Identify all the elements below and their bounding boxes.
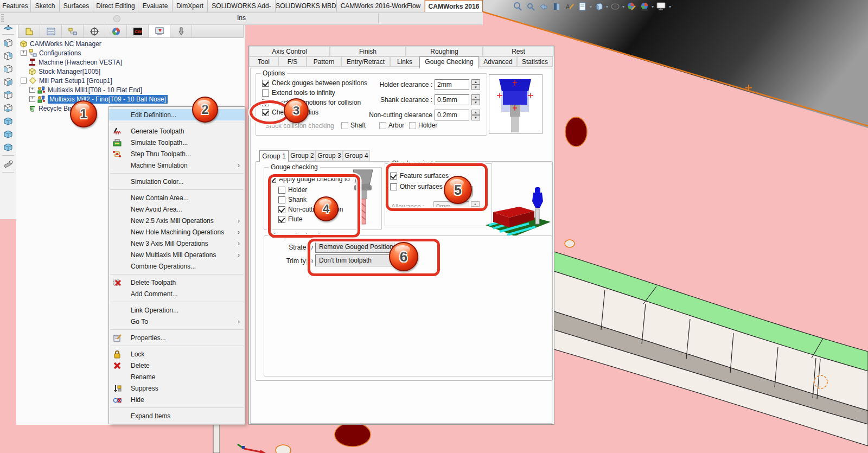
menu-item-properties[interactable]: Properties...: [109, 332, 245, 343]
zoom-to-fit-icon[interactable]: [513, 2, 522, 11]
display-style-icon[interactable]: [610, 2, 620, 11]
menu-item-machine-simulation[interactable]: Machine Simulation ›: [109, 159, 245, 171]
dropdown-caret[interactable]: ▾: [622, 4, 624, 9]
camworks-feature-tree-tab[interactable]: CW: [127, 25, 149, 37]
view-orientation-icon[interactable]: [594, 2, 604, 11]
tab-axis-control[interactable]: Axis Control: [249, 46, 330, 56]
view-settings-icon[interactable]: [656, 2, 667, 11]
dropdown-caret[interactable]: ▾: [606, 4, 608, 9]
menu-item-combine-operations[interactable]: Combine Operations...: [109, 260, 245, 272]
section-view-icon[interactable]: [552, 2, 561, 11]
stock-shaft-checkbox[interactable]: [341, 122, 348, 129]
tab-solidworks-addins[interactable]: SOLIDWORKS Add-Ins: [208, 0, 276, 12]
edit-appearance-icon[interactable]: [627, 2, 636, 11]
toolbar-grip[interactable]: [1, 14, 4, 23]
tab-advanced[interactable]: Advanced: [479, 56, 517, 67]
tab-camworks-2016[interactable]: CAMWorks 2016: [425, 0, 483, 12]
view-right-icon[interactable]: [2, 75, 15, 88]
configurations-tab[interactable]: [62, 25, 84, 37]
tree-item-mill-part-setup[interactable]: - Mill Part Setup1 [Group1]: [21, 76, 112, 85]
tree-item-stock-manager[interactable]: Stock Manager[1005]: [28, 67, 100, 76]
menu-item-step-thru-toolpath[interactable]: Step Thru Toolpath...: [109, 148, 245, 159]
tree-item-multiaxis-mill1[interactable]: + Multiaxis Mill1[T08 - 10 Flat End]: [29, 85, 142, 94]
expander-icon[interactable]: -: [21, 78, 27, 84]
expander-icon[interactable]: +: [21, 50, 27, 56]
menu-item-go-to[interactable]: Go To ›: [109, 316, 245, 327]
sheet-icon[interactable]: [578, 2, 588, 11]
stock-arbor-checkbox[interactable]: [379, 122, 386, 129]
menu-item-add-comment[interactable]: Add Comment...: [109, 288, 245, 299]
annotations-icon[interactable]: A: [565, 2, 575, 11]
menu-item-rename[interactable]: Rename: [109, 371, 245, 382]
menu-item-simulation-color[interactable]: Simulation Color...: [109, 176, 245, 187]
tab-group-1[interactable]: Group 1: [259, 150, 289, 162]
camworks-tools-tab[interactable]: [170, 25, 192, 37]
view-left-icon[interactable]: [2, 62, 15, 75]
tab-links[interactable]: Links: [390, 56, 419, 67]
tab-group-4[interactable]: Group 4: [343, 150, 370, 161]
tab-group-3[interactable]: Group 3: [316, 150, 343, 161]
tab-tool[interactable]: Tool: [249, 56, 278, 67]
expander-icon[interactable]: +: [29, 96, 35, 102]
menu-item-new-avoid-area[interactable]: New Avoid Area...: [109, 203, 245, 215]
apply-scene-icon[interactable]: [640, 2, 649, 11]
display-manager-tab[interactable]: [105, 25, 127, 37]
tab-rest[interactable]: Rest: [483, 46, 554, 56]
noncutting-clearance-field[interactable]: 0.2mm: [435, 110, 469, 120]
dropdown-caret[interactable]: ▾: [652, 4, 654, 9]
view-bottom-icon[interactable]: [2, 101, 15, 114]
dropdown-caret[interactable]: ▾: [669, 4, 671, 9]
menu-item-link-operation[interactable]: Link Operation...: [109, 304, 245, 316]
view-isometric-icon[interactable]: [2, 114, 15, 127]
menu-item-delete[interactable]: Delete: [109, 360, 245, 371]
tab-entry-retract[interactable]: Entry/Retract: [341, 56, 390, 67]
camera-icon[interactable]: [2, 157, 15, 170]
tree-item-configurations[interactable]: + Configurations: [21, 48, 81, 58]
shank-clearance-spinner[interactable]: ▲▼: [471, 94, 480, 105]
dimxpert-tab[interactable]: [84, 25, 105, 37]
tab-fs[interactable]: F/S: [278, 56, 307, 67]
zoom-to-area-icon[interactable]: [526, 2, 535, 11]
tab-evaluate[interactable]: Evaluate: [138, 0, 173, 12]
tab-pattern[interactable]: Pattern: [307, 56, 341, 67]
menu-item-suppress[interactable]: Suppress: [109, 382, 245, 394]
menu-item-new-hole-machining-operations[interactable]: New Hole Machining Operations ›: [109, 226, 245, 238]
tree-item-recycle-bin[interactable]: Recycle Bin: [28, 104, 73, 113]
menu-item-new-3-axis-mill-operations[interactable]: New 3 Axis Mill Operations ›: [109, 238, 245, 249]
camworks-operation-tree-tab[interactable]: [149, 25, 170, 37]
view-back-icon[interactable]: [2, 49, 15, 62]
tab-direct-editing[interactable]: Direct Editing: [93, 0, 138, 12]
tab-roughing[interactable]: Roughing: [406, 46, 483, 56]
holder-clearance-spinner[interactable]: ▲▼: [471, 79, 480, 90]
dropdown-caret[interactable]: ▾: [590, 4, 592, 9]
tree-item-machine[interactable]: Machine [Hwacheon VESTA]: [28, 58, 122, 67]
shank-clearance-field[interactable]: 0.5mm: [435, 94, 469, 105]
tab-statistics[interactable]: Statistics: [517, 56, 553, 67]
tab-sketch[interactable]: Sketch: [31, 0, 60, 12]
expander-icon[interactable]: +: [29, 87, 35, 93]
tab-group-2[interactable]: Group 2: [289, 150, 316, 161]
menu-item-hide[interactable]: Hide: [109, 394, 245, 405]
feature-list-tab[interactable]: [40, 25, 62, 37]
menu-item-lock[interactable]: Lock: [109, 348, 245, 360]
tab-features[interactable]: Features: [0, 0, 31, 12]
menu-item-expand-items[interactable]: Expand Items: [109, 410, 245, 422]
menu-item-simulate-toolpath[interactable]: Simulate Toolpath...: [109, 137, 245, 148]
tab-gouge-checking[interactable]: Gouge Checking: [419, 56, 479, 68]
view-top-icon[interactable]: [2, 88, 15, 101]
menu-item-edit-definition[interactable]: Edit Definition...: [109, 109, 245, 120]
previous-view-icon[interactable]: [539, 2, 548, 11]
stock-holder-checkbox[interactable]: [409, 122, 416, 129]
noncutting-clearance-spinner[interactable]: ▲▼: [471, 110, 480, 120]
view-dimetric-icon[interactable]: [2, 127, 15, 141]
menu-item-new-25-axis-mill-operations[interactable]: New 2.5 Axis Mill Operations ›: [109, 215, 245, 226]
tab-dimxpert[interactable]: DimXpert: [173, 0, 208, 12]
menu-item-generate-toolpath[interactable]: Generate Toolpath: [109, 125, 245, 137]
menu-item-new-contain-area[interactable]: New Contain Area...: [109, 192, 245, 203]
strip-knob[interactable]: [113, 15, 120, 22]
tab-solidworks-mbd[interactable]: SOLIDWORKS MBD: [276, 0, 337, 12]
tab-finish[interactable]: Finish: [330, 46, 406, 56]
menu-item-new-multiaxis-mill-operations[interactable]: New Multiaxis Mill Operations ›: [109, 249, 245, 260]
tab-surfaces[interactable]: Surfaces: [60, 0, 93, 12]
tree-item-multiaxis-mill2-selected[interactable]: + Multiaxis Mill2 - Fino[T09 - 10 Ball N…: [29, 94, 168, 104]
